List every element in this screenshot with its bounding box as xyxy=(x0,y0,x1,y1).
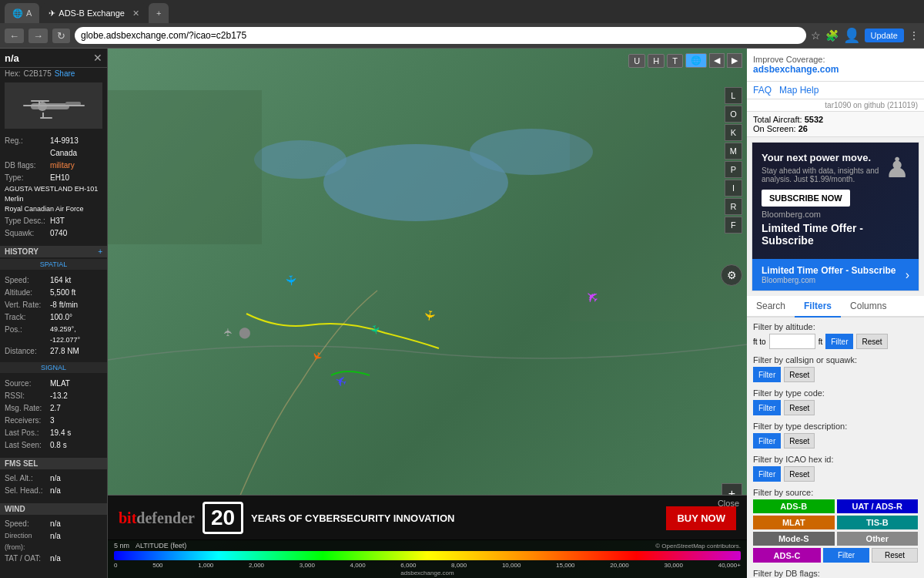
map-ctrl-f[interactable]: F xyxy=(725,217,742,234)
sel-alt-value: n/a xyxy=(50,472,102,485)
menu-icon[interactable]: ⋮ xyxy=(909,29,919,42)
altitude-min-input[interactable] xyxy=(769,334,815,349)
spatial-info: Speed:164 kt Altitude:5,500 ft Vert. Rat… xyxy=(0,271,107,361)
source-filter-actions: ADS-C Filter Reset xyxy=(753,548,918,563)
altitude-reset-button[interactable]: Reset xyxy=(856,334,887,349)
share-link[interactable]: Share xyxy=(55,69,75,78)
aircraft-icon-5[interactable]: ✈ xyxy=(308,348,326,365)
type-code-reset-button[interactable]: Reset xyxy=(784,400,815,415)
icao-reset-button[interactable]: Reset xyxy=(784,466,815,482)
ad-buy-button[interactable]: BUY NOW xyxy=(666,506,736,530)
tab-filters[interactable]: Filters xyxy=(795,296,841,318)
map-ctrl-k[interactable]: K xyxy=(725,124,742,141)
browser-tab-1[interactable]: 🌐 A xyxy=(5,3,39,23)
squawk-row: Squawk: 0740 xyxy=(5,227,102,240)
altitude-filter-button[interactable]: Filter xyxy=(825,334,853,349)
improve-link[interactable]: adsbexchange.com xyxy=(753,64,918,75)
left-sidebar: n/a ✕ Hex: C2B175 Share Reg.: xyxy=(0,49,108,578)
h-button[interactable]: H xyxy=(648,54,665,68)
type-desc-filter-button[interactable]: Filter xyxy=(753,433,781,449)
ad-logo: bitdefender xyxy=(119,509,195,527)
browser-toolbar: ← → ↻ ☆ 🧩 👤 Update ⋮ xyxy=(0,23,924,48)
uat-source-button[interactable]: UAT / ADS-R xyxy=(837,499,919,513)
update-button[interactable]: Update xyxy=(865,29,904,42)
map-ctrl-o[interactable]: O xyxy=(725,106,742,123)
callsign-reset-button[interactable]: Reset xyxy=(784,367,815,382)
country-row: Canada xyxy=(5,147,102,160)
adsb-source-button[interactable]: ADS-B xyxy=(753,499,835,513)
type-desc-filter-label: Filter by type description: xyxy=(753,422,918,431)
icao-filter-button[interactable]: Filter xyxy=(753,466,781,482)
tab-columns[interactable]: Columns xyxy=(841,296,896,318)
u-button[interactable]: U xyxy=(628,54,645,68)
aircraft-icon-6[interactable]: ✈ xyxy=(333,371,350,391)
globe-view-button[interactable]: 🌐 xyxy=(685,53,707,68)
operator-value: Royal Canadian Air Force xyxy=(5,203,102,214)
map-ctrl-i[interactable]: I xyxy=(725,180,742,197)
signal-section: SIGNAL xyxy=(0,362,107,373)
track-label: Track: xyxy=(5,311,47,324)
settings-button[interactable]: ⚙ xyxy=(721,264,742,286)
altitude-unit2: ft xyxy=(819,338,823,346)
ad-close-button[interactable]: Close xyxy=(718,499,739,508)
account-icon[interactable]: 👤 xyxy=(843,27,860,44)
signal-info: Source:MLAT RSSI:-13.2 Msg. Rate:2.7 Rec… xyxy=(0,375,107,455)
type-code-filter-button[interactable]: Filter xyxy=(753,400,781,415)
bookmark-icon[interactable]: ☆ xyxy=(811,29,821,42)
map-ctrl-l[interactable]: L xyxy=(725,87,742,104)
scale-label: 5 nm xyxy=(114,542,129,549)
source-reset-button[interactable]: Reset xyxy=(872,548,918,563)
nav-left-button[interactable]: ◀ xyxy=(709,53,725,68)
map-help-link[interactable]: Map Help xyxy=(779,85,819,96)
stats-row: Total Aircraft: 5532 On Screen: 26 xyxy=(747,112,924,137)
pos-label: Pos.: xyxy=(5,324,47,346)
db-flags-value: military xyxy=(50,160,102,172)
mlat-source-button[interactable]: MLAT xyxy=(753,516,835,529)
aircraft-icon-2[interactable]: ✈ xyxy=(420,308,438,323)
right-ad: Your next power move. Stay ahead with da… xyxy=(752,142,919,291)
type-desc-reset-button[interactable]: Reset xyxy=(784,433,815,449)
tab-search[interactable]: Search xyxy=(747,296,795,318)
source-filter-label: Filter by source: xyxy=(753,488,918,497)
type-code-filter-group: Filter by type code: Filter Reset xyxy=(753,388,918,415)
map-ctrl-r[interactable]: R xyxy=(725,198,742,215)
right-panel-header: Improve Coverage: adsbexchange.com xyxy=(747,49,924,82)
map-ctrl-m[interactable]: M xyxy=(725,143,742,160)
ad-bottom-link[interactable]: Limited Time Offer - Subscribe Bloomberg… xyxy=(752,259,919,291)
close-panel-button[interactable]: ✕ xyxy=(93,52,102,64)
aircraft-image xyxy=(5,82,102,129)
faq-link[interactable]: FAQ xyxy=(753,85,772,96)
nav-right-button[interactable]: ▶ xyxy=(727,53,742,68)
tab2-close[interactable]: ✕ xyxy=(132,8,139,18)
altitude-title: ALTITUDE (feet) xyxy=(136,542,186,549)
history-label: History xyxy=(5,247,38,256)
back-button[interactable]: ← xyxy=(5,29,24,43)
new-tab-btn[interactable]: + xyxy=(149,3,169,23)
address-bar[interactable] xyxy=(75,27,806,44)
t-button[interactable]: T xyxy=(667,54,683,68)
map-area[interactable]: ✈ ✈ ✈ ✈ ✈ ✈ ✈ ⬤ U H T 🌐 ◀ ▶ L O K M xyxy=(108,49,747,578)
aircraft-icon-1[interactable]: ✈ xyxy=(282,274,300,287)
chess-icon: ♟ xyxy=(885,152,909,184)
hex-row: Hex: C2B175 Share xyxy=(0,68,107,79)
modes-source-button[interactable]: Mode-S xyxy=(753,532,835,546)
callsign-filter-button[interactable]: Filter xyxy=(753,367,781,382)
adsc-source-button[interactable]: ADS-C xyxy=(753,548,821,563)
aircraft-icon-4[interactable]: ✈ xyxy=(367,323,383,336)
history-add-icon[interactable]: + xyxy=(98,247,102,256)
aircraft-icon-3[interactable]: ✈ xyxy=(581,285,602,307)
other-source-button[interactable]: Other xyxy=(837,532,919,546)
source-filter-group: Filter by source: ADS-B UAT / ADS-R MLAT… xyxy=(753,488,918,563)
extensions-icon[interactable]: 🧩 xyxy=(825,29,839,42)
forward-button[interactable]: → xyxy=(28,29,48,43)
refresh-button[interactable]: ↻ xyxy=(52,29,70,43)
subscribe-button[interactable]: SUBSCRIBE NOW xyxy=(762,190,850,207)
source-filter-button[interactable]: Filter xyxy=(823,548,869,563)
tisb-source-button[interactable]: TIS-B xyxy=(837,516,919,529)
browser-tab-2[interactable]: ✈ ADS-B Exchange ✕ xyxy=(41,3,147,23)
aircraft-title: n/a xyxy=(5,52,19,64)
icao-filter-group: Filter by ICAO hex id: Filter Reset xyxy=(753,455,918,482)
tat-value: n/a xyxy=(50,553,102,565)
aircraft-icon-7[interactable]: ✈ xyxy=(222,328,234,337)
map-ctrl-p[interactable]: P xyxy=(725,161,742,178)
